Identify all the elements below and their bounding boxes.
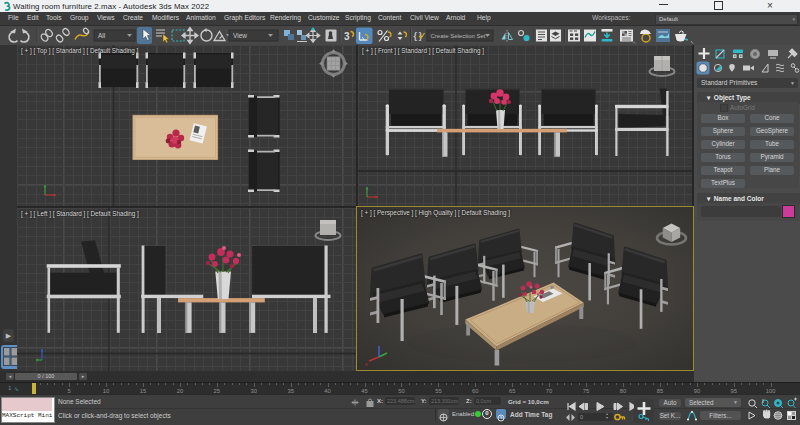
svg-text:x: x xyxy=(365,361,368,367)
svg-text:All: All xyxy=(98,32,106,39)
svg-text:View: View xyxy=(233,32,247,39)
svg-text:Create Selection Set: Create Selection Set xyxy=(431,33,486,39)
svg-text:3: 3 xyxy=(344,31,350,42)
svg-text:{ }: { } xyxy=(414,31,423,41)
